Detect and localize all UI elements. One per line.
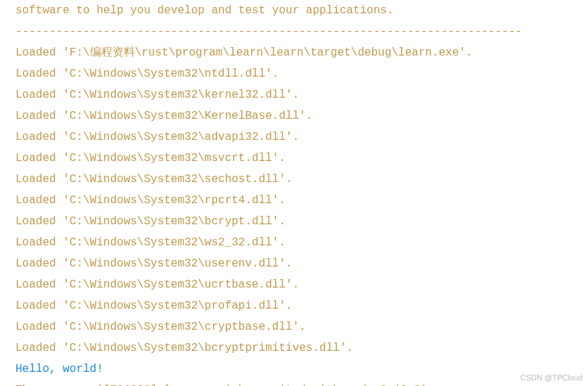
console-line: Loaded 'C:\Windows\System32\sechost.dll'… (15, 169, 588, 190)
console-line: Loaded 'C:\Windows\System32\bcryptprimit… (15, 337, 588, 359)
console-line: The program '[796380] learn.exe' has exi… (15, 380, 588, 386)
watermark: CSDN @TPCloud (520, 374, 582, 382)
console-line: Loaded 'C:\Windows\System32\advapi32.dll… (15, 127, 588, 148)
console-line: Loaded 'C:\Windows\System32\profapi.dll'… (15, 295, 588, 316)
console-line: software to help you develop and test yo… (15, 0, 588, 21)
console-line: ----------------------------------------… (15, 21, 588, 42)
console-line: Loaded 'C:\Windows\System32\bcrypt.dll'. (15, 211, 588, 232)
console-line: Loaded 'C:\Windows\System32\kernel32.dll… (15, 84, 588, 105)
console-line: Loaded 'C:\Windows\System32\ucrtbase.dll… (15, 274, 588, 295)
console-line: Loaded 'C:\Windows\System32\ws2_32.dll'. (15, 232, 588, 253)
console-line: Loaded 'C:\Windows\System32\rpcrt4.dll'. (15, 190, 588, 211)
console-output: software to help you develop and test yo… (0, 0, 588, 386)
console-line: Loaded 'C:\Windows\System32\KernelBase.d… (15, 105, 588, 127)
console-line: Loaded 'C:\Windows\System32\cryptbase.dl… (15, 316, 588, 337)
console-line: Loaded 'C:\Windows\System32\ntdll.dll'. (15, 63, 588, 84)
console-line: Loaded 'C:\Windows\System32\userenv.dll'… (15, 253, 588, 274)
console-line: Loaded 'F:\编程资料\rust\program\learn\learn… (15, 42, 588, 63)
console-line: Loaded 'C:\Windows\System32\msvcrt.dll'. (15, 148, 588, 169)
console-line-stdout: Hello, world! (15, 359, 588, 380)
